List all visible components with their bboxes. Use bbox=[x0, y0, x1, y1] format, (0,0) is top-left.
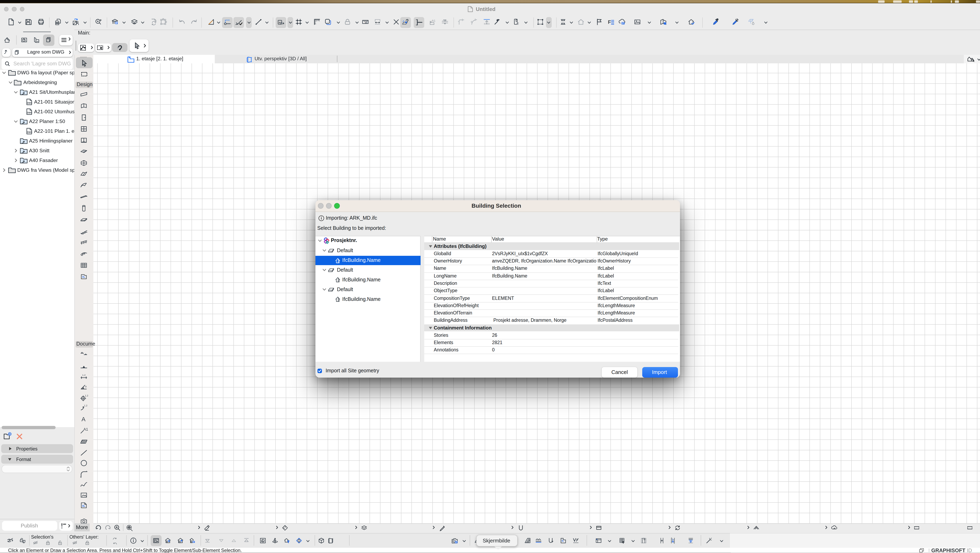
svg-text:1.2: 1.2 bbox=[85, 394, 88, 397]
svg-text:DWG: DWG bbox=[27, 112, 32, 114]
svg-text:A: A bbox=[81, 416, 86, 422]
svg-text:12: 12 bbox=[364, 21, 367, 23]
svg-text:F: F bbox=[608, 19, 611, 25]
svg-text:1.2: 1.2 bbox=[82, 374, 86, 376]
svg-text:A1: A1 bbox=[431, 19, 435, 22]
svg-text:DWG: DWG bbox=[27, 102, 32, 104]
svg-text:DWG: DWG bbox=[27, 131, 32, 133]
svg-text:A1: A1 bbox=[83, 427, 88, 431]
svg-text:α: α bbox=[85, 385, 86, 388]
svg-text:xy: xy bbox=[279, 21, 282, 24]
svg-text:1.2: 1.2 bbox=[84, 404, 87, 407]
